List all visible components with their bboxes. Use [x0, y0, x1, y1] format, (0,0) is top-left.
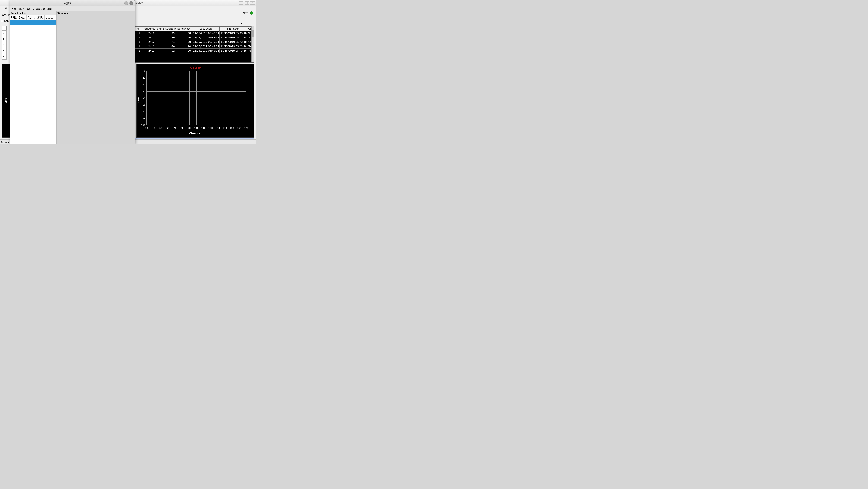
cell: 11/15/2019 05:43:18 [220, 44, 247, 49]
chart-xtick: 100 [194, 127, 198, 130]
col-last-seen[interactable]: Last Seen [192, 27, 220, 31]
col-first-seen[interactable]: First Seen [220, 27, 247, 31]
cell: 11/15/2019 05:43:34 [192, 40, 220, 44]
skyview-header: Skyview [57, 11, 135, 15]
grid-hline [147, 91, 246, 92]
cell: 11/15/2019 05:43:18 [220, 31, 247, 35]
cell: 1 [135, 44, 142, 49]
progress-strip [135, 138, 254, 139]
remember-checkbox[interactable] [1, 20, 3, 22]
chart-ytick: -55 [136, 97, 146, 99]
col-frequency[interactable]: Frequency [141, 27, 156, 31]
networks-table[interactable]: nel Frequency Signal Strength Bandwidth … [135, 26, 254, 62]
chart-2ghz-fragment: dBm [2, 64, 10, 138]
table-row[interactable]: 12412-492011/15/2019 05:43:3411/15/2019 … [135, 31, 254, 35]
grid-vline [147, 71, 147, 125]
cell: 20 [176, 44, 192, 49]
xgps-menu-view[interactable]: View [18, 7, 25, 10]
cell: -80 [156, 44, 176, 49]
chart-title: 5 GHz [136, 66, 254, 70]
grid-vline [218, 71, 218, 125]
chart-xtick: 50 [159, 127, 162, 130]
xgps-window[interactable]: xgps — ✕ File View Units Step of grid Sa… [9, 0, 135, 144]
chart-xtick: 90 [188, 127, 191, 130]
col-elev[interactable]: Elev: [18, 15, 27, 20]
chart-xtick: 140 [222, 127, 227, 130]
row-header-grid: 1 2 3 4 5 [2, 26, 9, 60]
cell: 11/15/2019 05:43:34 [192, 44, 220, 49]
row-header-3[interactable]: 3 [2, 42, 6, 48]
col-snr[interactable]: SNR: [36, 15, 44, 20]
cell: 2412 [141, 49, 156, 53]
grid-vline [246, 71, 247, 125]
chart-xtick: 70 [174, 127, 177, 130]
xgps-title: xgps [11, 2, 123, 5]
cell: 2412 [141, 40, 156, 44]
cell: -49 [156, 31, 176, 35]
chart-xtick: 160 [237, 127, 241, 130]
xgps-menu-units[interactable]: Units [27, 7, 34, 10]
chart-xtick: 120 [208, 127, 213, 130]
grid-vline [154, 71, 154, 125]
chart-xtick: 80 [181, 127, 184, 130]
cell: 1 [135, 49, 142, 53]
chart-ytick: -10 [136, 69, 146, 72]
minimize-button[interactable]: — [239, 1, 244, 5]
cell: -41 [156, 40, 176, 44]
satellite-columns: PRN: Elev: Azim: SNR: Used: [10, 15, 56, 20]
chart-ytick: -100 [136, 124, 146, 126]
col-signal-strength[interactable]: Signal Strength [156, 27, 176, 31]
cell: -80 [156, 35, 176, 40]
chart-grid [147, 71, 246, 125]
table-scrollbar[interactable] [251, 26, 254, 62]
cell: 11/15/2019 05:43:18 [220, 49, 247, 53]
chart-ytick: -66 [136, 104, 146, 106]
chart-5ghz: 5 GHz dBm Channel -10-21-32-43-55-66-77-… [136, 64, 254, 138]
grid-vline [168, 71, 168, 125]
scrollbar-thumb[interactable] [252, 30, 254, 37]
chart-xtick: 30 [145, 127, 148, 130]
table-row[interactable]: 12412-412011/15/2019 05:43:3411/15/2019 … [135, 40, 254, 44]
col-prn[interactable]: PRN: [10, 15, 18, 20]
cell: 1 [135, 40, 142, 44]
cell: 2412 [141, 44, 156, 49]
grid-vline [204, 71, 204, 125]
row-header-2[interactable]: 2 [2, 36, 6, 42]
grid-hline [147, 105, 246, 105]
chart-xlabel: Channel [136, 132, 254, 135]
table-row[interactable]: 12412-802011/15/2019 05:43:3411/15/2019 … [135, 44, 254, 49]
xgps-menu-file[interactable]: File [11, 7, 16, 10]
maximize-button[interactable]: □ [245, 1, 249, 5]
table-row[interactable]: 12412-802011/15/2019 05:43:3411/15/2019 … [135, 35, 254, 40]
satellite-list-panel: Satellite List PRN: Elev: Azim: SNR: Use… [10, 11, 57, 144]
satellite-selected-row[interactable] [10, 20, 56, 25]
grid-vline [239, 71, 240, 125]
grid-vline [189, 71, 190, 125]
row-header-4[interactable]: 4 [2, 48, 6, 54]
cell: -92 [156, 49, 176, 53]
xgps-titlebar[interactable]: xgps — ✕ [10, 0, 135, 6]
col-bandwidth[interactable]: Bandwidth [176, 27, 192, 31]
chart-xtick: 40 [152, 127, 155, 130]
col-azim[interactable]: Azim: [27, 15, 36, 20]
chart-xtick: 150 [230, 127, 234, 130]
cell: 20 [176, 35, 192, 40]
close-button[interactable]: ✕ [250, 1, 255, 5]
chart-left-ylabel: dBm [5, 98, 7, 103]
cell: 20 [176, 40, 192, 44]
cell: 2412 [141, 31, 156, 35]
cell: 2412 [141, 35, 156, 40]
cell: 11/15/2019 05:43:18 [220, 40, 247, 44]
chart-xtick: 170 [244, 127, 248, 130]
row-header-5[interactable]: 5 [2, 54, 6, 60]
xgps-minimize-button[interactable]: — [124, 1, 128, 5]
table-row[interactable]: 12412-922011/15/2019 05:43:3411/15/2019 … [135, 49, 254, 53]
col-used[interactable]: Used: [44, 15, 56, 20]
xgps-menu-step[interactable]: Step of grid [36, 7, 52, 10]
menu-file[interactable]: File [2, 6, 8, 9]
cell: 11/15/2019 05:43:34 [192, 49, 220, 53]
xgps-close-button[interactable]: ✕ [129, 1, 133, 5]
col-channel-fragment[interactable]: nel [135, 27, 142, 31]
chart-ytick: -77 [136, 110, 146, 113]
row-header-1[interactable]: 1 [2, 30, 6, 36]
